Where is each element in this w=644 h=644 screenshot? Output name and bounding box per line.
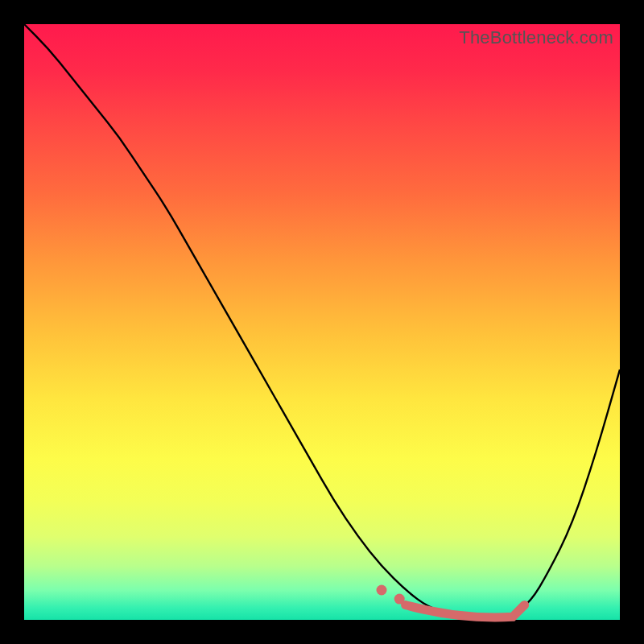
accent-dot: [394, 594, 405, 605]
accent-segment: [406, 605, 525, 617]
accent-dot: [377, 585, 387, 596]
accent-dots: [377, 585, 405, 605]
bottleneck-curve: [24, 24, 620, 620]
plot-area: TheBottleneck.com: [24, 24, 620, 620]
chart-frame: TheBottleneck.com: [0, 0, 644, 644]
curve-svg: [24, 24, 620, 620]
